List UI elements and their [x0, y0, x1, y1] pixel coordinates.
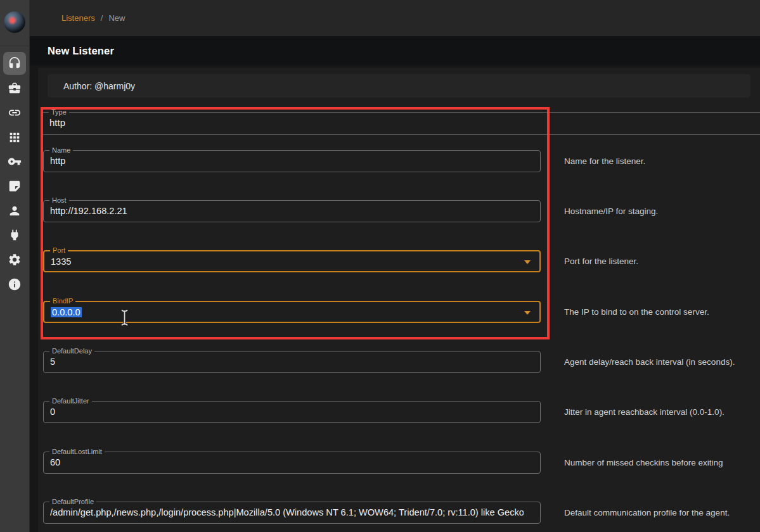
- sidebar-item-agents[interactable]: [3, 101, 26, 124]
- field-value: 60: [50, 452, 524, 473]
- sidebar-item-credentials[interactable]: [3, 150, 26, 173]
- field-description: Hostname/IP for staging.: [564, 200, 658, 222]
- sidebar-item-listeners[interactable]: [3, 52, 26, 75]
- author-banner: Author: @harmj0y: [48, 74, 750, 98]
- field-type[interactable]: Type http: [43, 112, 760, 135]
- user-icon: [8, 204, 22, 218]
- breadcrumb: Listeners / New: [30, 0, 760, 36]
- field-description: Number of missed checkins before exiting: [564, 452, 723, 474]
- form-field-row-defaultdelay: DefaultDelay5Agent delay/reach back inte…: [0, 351, 760, 374]
- form-field-row-bindip: BindIP0.0.0.0The IP to bind to on the co…: [0, 301, 760, 324]
- sidebar-nav: [0, 0, 30, 532]
- field-value: /admin/get.php,/news.php,/login/process.…: [50, 502, 524, 523]
- dropdown-caret-icon[interactable]: [524, 260, 531, 264]
- field-value: 5: [50, 352, 524, 372]
- breadcrumb-link-listeners[interactable]: Listeners: [61, 13, 95, 23]
- port-input[interactable]: Port1335: [43, 250, 541, 272]
- field-description: Jitter in agent reachback interval (0.0-…: [564, 401, 725, 423]
- sidebar-divider: [0, 46, 30, 46]
- field-type-value: http: [49, 113, 65, 132]
- field-value: 0.0.0.0: [51, 302, 523, 323]
- form-field-row-port: Port1335Port for the listener.: [0, 250, 760, 274]
- sidebar-item-settings[interactable]: [3, 248, 26, 271]
- sidebar-item-reporting[interactable]: [3, 175, 26, 198]
- headset-icon: [8, 56, 22, 70]
- grid-icon: [8, 130, 22, 144]
- defaultdelay-input[interactable]: DefaultDelay5: [43, 351, 541, 373]
- field-value: 0: [50, 402, 524, 422]
- breadcrumb-current-new: New: [108, 13, 125, 23]
- field-description: Port for the listener.: [564, 250, 638, 272]
- selected-text: 0.0.0.0: [51, 307, 82, 317]
- starkiller-app-window: Listeners / New New Listener Author: @ha…: [0, 0, 760, 532]
- author-text: Author: @harmj0y: [63, 81, 135, 91]
- briefcase-icon: [8, 81, 22, 95]
- sidebar-item-stagers[interactable]: [3, 77, 26, 99]
- field-value: http: [50, 151, 524, 172]
- page-title-bar: New Listener: [30, 36, 760, 65]
- sidebar-item-modules[interactable]: [3, 126, 26, 149]
- note-icon: [8, 179, 22, 193]
- defaultjitter-input[interactable]: DefaultJitter0: [43, 401, 541, 423]
- defaultlostlimit-input[interactable]: DefaultLostLimit60: [43, 452, 541, 474]
- form-field-row-defaultlostlimit: DefaultLostLimit60Number of missed check…: [0, 452, 760, 475]
- plug-icon: [8, 228, 22, 242]
- sidebar-item-users[interactable]: [3, 200, 26, 222]
- form-field-row-name: NamehttpName for the listener.: [0, 150, 760, 174]
- bindip-input[interactable]: BindIP0.0.0.0: [43, 301, 541, 323]
- app-logo[interactable]: [4, 11, 25, 33]
- page-title: New Listener: [48, 45, 114, 57]
- sidebar-item-about[interactable]: [3, 273, 26, 296]
- key-icon: [8, 155, 22, 168]
- dropdown-caret-icon[interactable]: [524, 311, 531, 315]
- link-icon: [8, 106, 22, 120]
- gear-icon: [8, 253, 22, 267]
- defaultprofile-input[interactable]: DefaultProfile/admin/get.php,/news.php,/…: [43, 502, 541, 524]
- breadcrumb-separator: /: [101, 13, 103, 23]
- field-description: Default communication profile for the ag…: [564, 502, 730, 524]
- field-description: Name for the listener.: [564, 150, 645, 172]
- form-field-row-defaultprofile: DefaultProfile/admin/get.php,/news.php,/…: [0, 502, 760, 525]
- info-icon: [8, 277, 22, 291]
- form-field-row-host: Hosthttp://192.168.2.21Hostname/IP for s…: [0, 200, 760, 224]
- field-value: 1335: [51, 251, 523, 272]
- form-field-row-defaultjitter: DefaultJitter0Jitter in agent reachback …: [0, 401, 760, 424]
- field-value: http://192.168.2.21: [50, 201, 524, 222]
- name-input[interactable]: Namehttp: [43, 150, 541, 172]
- field-description: Agent delay/reach back interval (in seco…: [564, 351, 735, 373]
- field-description: The IP to bind to on the control server.: [564, 301, 709, 323]
- sidebar-item-plugins[interactable]: [3, 224, 26, 246]
- host-input[interactable]: Hosthttp://192.168.2.21: [43, 200, 541, 222]
